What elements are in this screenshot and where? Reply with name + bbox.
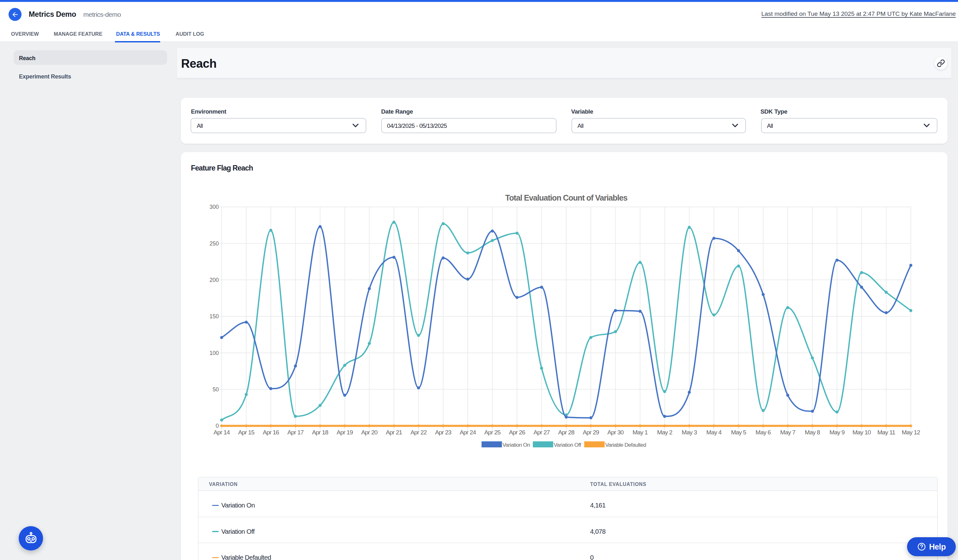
svg-text:Total Evaluation Count of Vari: Total Evaluation Count of Variables <box>505 193 628 202</box>
svg-text:Apr 26: Apr 26 <box>509 429 525 436</box>
svg-text:150: 150 <box>209 313 219 320</box>
svg-text:Apr 22: Apr 22 <box>410 429 427 436</box>
svg-text:200: 200 <box>209 277 219 283</box>
svg-text:May 8: May 8 <box>805 429 820 436</box>
svg-text:May 5: May 5 <box>731 429 746 436</box>
svg-text:Apr 19: Apr 19 <box>336 429 353 436</box>
svg-text:250: 250 <box>209 240 219 247</box>
svg-text:May 4: May 4 <box>706 429 722 436</box>
svg-text:Apr 28: Apr 28 <box>558 429 574 436</box>
svg-text:Apr 18: Apr 18 <box>312 429 328 436</box>
svg-text:Variation Off: Variation Off <box>554 442 581 448</box>
svg-text:May 3: May 3 <box>682 429 697 436</box>
svg-text:Apr 17: Apr 17 <box>287 429 304 436</box>
svg-text:May 12: May 12 <box>902 429 920 436</box>
svg-text:May 2: May 2 <box>657 429 673 436</box>
svg-text:May 10: May 10 <box>853 429 871 436</box>
svg-text:Apr 20: Apr 20 <box>361 429 377 436</box>
svg-text:May 6: May 6 <box>756 429 771 436</box>
svg-text:Apr 29: Apr 29 <box>583 429 599 436</box>
svg-text:Apr 21: Apr 21 <box>386 429 402 436</box>
svg-text:Variation On: Variation On <box>503 442 530 448</box>
svg-text:Apr 30: Apr 30 <box>607 429 623 436</box>
svg-text:May 11: May 11 <box>877 429 895 436</box>
svg-text:May 7: May 7 <box>780 429 795 436</box>
svg-text:Apr 15: Apr 15 <box>238 429 254 436</box>
svg-text:300: 300 <box>209 204 219 210</box>
svg-text:Apr 24: Apr 24 <box>460 429 476 436</box>
svg-text:Apr 23: Apr 23 <box>435 429 451 436</box>
svg-text:Variable Defaulted: Variable Defaulted <box>605 442 646 448</box>
svg-text:0: 0 <box>216 423 219 429</box>
svg-text:May 1: May 1 <box>633 429 648 436</box>
svg-text:Apr 16: Apr 16 <box>263 429 279 436</box>
svg-text:50: 50 <box>213 386 219 392</box>
svg-text:Apr 25: Apr 25 <box>484 429 501 436</box>
svg-text:100: 100 <box>209 350 219 356</box>
svg-text:Apr 14: Apr 14 <box>213 429 230 436</box>
svg-text:Apr 27: Apr 27 <box>533 429 550 436</box>
svg-text:May 9: May 9 <box>830 429 845 436</box>
